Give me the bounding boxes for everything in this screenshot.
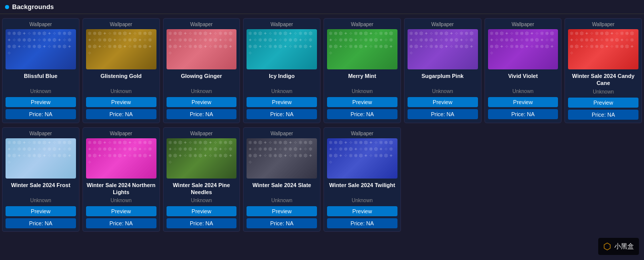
card-type-label: Wallpaper xyxy=(247,22,317,27)
preview-button[interactable]: Preview xyxy=(6,97,76,107)
price-button[interactable]: Price: NA xyxy=(167,218,237,228)
snowflake-decoration: ❄❅❆✦✧❄❅❆✦✧❄❅❆✦✧❄❅❆✦✧❄❅❆✦✧❄❅❆✦✧❄❅❆✦✧❄❅❆✦✧ xyxy=(408,29,478,69)
card-frost: Wallpaper❄❅❆✦✧❄❅❆✦✧❄❅❆✦✧❄❅❆✦✧❄❅❆✦✧❄❅❆✦✧❄… xyxy=(2,127,79,232)
card-name: Winter Sale 2024 Twilight xyxy=(329,182,395,196)
snowflake-decoration: ❄❅❆✦✧❄❅❆✦✧❄❅❆✦✧❄❅❆✦✧❄❅❆✦✧❄❅❆✦✧❄❅❆✦✧❄❅❆✦✧ xyxy=(247,29,317,69)
card-glowing-ginger: Wallpaper❄❅❆✦✧❄❅❆✦✧❄❅❆✦✧❄❅❆✦✧❄❅❆✦✧❄❅❆✦✧❄… xyxy=(163,18,240,123)
card-type-label: Wallpaper xyxy=(6,131,76,136)
card-twilight: Wallpaper❄❅❆✦✧❄❅❆✦✧❄❅❆✦✧❄❅❆✦✧❄❅❆✦✧❄❅❆✦✧❄… xyxy=(324,127,401,232)
snowflake-decoration: ❄❅❆✦✧❄❅❆✦✧❄❅❆✦✧❄❅❆✦✧❄❅❆✦✧❄❅❆✦✧❄❅❆✦✧❄❅❆✦✧ xyxy=(568,29,638,69)
card-type-label: Wallpaper xyxy=(408,22,478,27)
card-sugarplum-pink: Wallpaper❄❅❆✦✧❄❅❆✦✧❄❅❆✦✧❄❅❆✦✧❄❅❆✦✧❄❅❆✦✧❄… xyxy=(404,18,481,123)
card-name: Glowing Ginger xyxy=(181,72,222,86)
card-unknown-label: Unknown xyxy=(191,198,212,203)
card-unknown-label: Unknown xyxy=(271,198,292,203)
preview-button[interactable]: Preview xyxy=(488,97,558,107)
card-image-merry-mint: ❄❅❆✦✧❄❅❆✦✧❄❅❆✦✧❄❅❆✦✧❄❅❆✦✧❄❅❆✦✧❄❅❆✦✧❄❅❆✦✧ xyxy=(327,29,397,69)
preview-button[interactable]: Preview xyxy=(247,206,317,216)
card-unknown-label: Unknown xyxy=(191,89,212,94)
preview-button[interactable]: Preview xyxy=(167,97,237,107)
snowflake-decoration: ❄❅❆✦✧❄❅❆✦✧❄❅❆✦✧❄❅❆✦✧❄❅❆✦✧❄❅❆✦✧❄❅❆✦✧❄❅❆✦✧ xyxy=(167,138,237,179)
card-pine-needles: Wallpaper❄❅❆✦✧❄❅❆✦✧❄❅❆✦✧❄❅❆✦✧❄❅❆✦✧❄❅❆✦✧❄… xyxy=(163,127,240,232)
card-image-vivid-violet: ❄❅❆✦✧❄❅❆✦✧❄❅❆✦✧❄❅❆✦✧❄❅❆✦✧❄❅❆✦✧❄❅❆✦✧❄❅❆✦✧ xyxy=(488,29,558,69)
section-title: Backgrounds xyxy=(12,3,54,11)
card-merry-mint: Wallpaper❄❅❆✦✧❄❅❆✦✧❄❅❆✦✧❄❅❆✦✧❄❅❆✦✧❄❅❆✦✧❄… xyxy=(324,18,401,123)
preview-button[interactable]: Preview xyxy=(86,97,156,107)
card-unknown-label: Unknown xyxy=(352,198,373,203)
card-name: Merry Mint xyxy=(348,72,376,86)
card-type-label: Wallpaper xyxy=(167,131,237,136)
card-type-label: Wallpaper xyxy=(247,131,317,136)
card-glistening-gold: Wallpaper❄❅❆✦✧❄❅❆✦✧❄❅❆✦✧❄❅❆✦✧❄❅❆✦✧❄❅❆✦✧❄… xyxy=(83,18,160,123)
snowflake-decoration: ❄❅❆✦✧❄❅❆✦✧❄❅❆✦✧❄❅❆✦✧❄❅❆✦✧❄❅❆✦✧❄❅❆✦✧❄❅❆✦✧ xyxy=(6,138,76,179)
price-button[interactable]: Price: NA xyxy=(86,218,156,228)
price-button[interactable]: Price: NA xyxy=(327,109,397,119)
card-name: Icy Indigo xyxy=(269,72,294,86)
card-candy-cane: Wallpaper❄❅❆✦✧❄❅❆✦✧❄❅❆✦✧❄❅❆✦✧❄❅❆✦✧❄❅❆✦✧❄… xyxy=(565,18,642,123)
card-name: Winter Sale 2024 Frost xyxy=(11,182,70,196)
card-slate: Wallpaper❄❅❆✦✧❄❅❆✦✧❄❅❆✦✧❄❅❆✦✧❄❅❆✦✧❄❅❆✦✧❄… xyxy=(243,127,320,232)
price-button[interactable]: Price: NA xyxy=(6,109,76,119)
empty-slot xyxy=(404,127,481,232)
card-unknown-label: Unknown xyxy=(271,89,292,94)
snowflake-decoration: ❄❅❆✦✧❄❅❆✦✧❄❅❆✦✧❄❅❆✦✧❄❅❆✦✧❄❅❆✦✧❄❅❆✦✧❄❅❆✦✧ xyxy=(167,29,237,69)
price-button[interactable]: Price: NA xyxy=(6,218,76,228)
price-button[interactable]: Price: NA xyxy=(568,110,638,120)
card-name: Winter Sale 2024 Northern Lights xyxy=(86,182,156,196)
card-icy-indigo: Wallpaper❄❅❆✦✧❄❅❆✦✧❄❅❆✦✧❄❅❆✦✧❄❅❆✦✧❄❅❆✦✧❄… xyxy=(243,18,320,123)
preview-button[interactable]: Preview xyxy=(568,98,638,108)
header-dot-icon xyxy=(5,5,9,9)
preview-button[interactable]: Preview xyxy=(327,206,397,216)
snowflake-decoration: ❄❅❆✦✧❄❅❆✦✧❄❅❆✦✧❄❅❆✦✧❄❅❆✦✧❄❅❆✦✧❄❅❆✦✧❄❅❆✦✧ xyxy=(327,29,397,69)
card-type-label: Wallpaper xyxy=(167,22,237,27)
snowflake-decoration: ❄❅❆✦✧❄❅❆✦✧❄❅❆✦✧❄❅❆✦✧❄❅❆✦✧❄❅❆✦✧❄❅❆✦✧❄❅❆✦✧ xyxy=(86,29,156,69)
empty-slot xyxy=(565,127,642,232)
card-image-slate: ❄❅❆✦✧❄❅❆✦✧❄❅❆✦✧❄❅❆✦✧❄❅❆✦✧❄❅❆✦✧❄❅❆✦✧❄❅❆✦✧ xyxy=(247,138,317,179)
snowflake-decoration: ❄❅❆✦✧❄❅❆✦✧❄❅❆✦✧❄❅❆✦✧❄❅❆✦✧❄❅❆✦✧❄❅❆✦✧❄❅❆✦✧ xyxy=(6,29,76,69)
snowflake-decoration: ❄❅❆✦✧❄❅❆✦✧❄❅❆✦✧❄❅❆✦✧❄❅❆✦✧❄❅❆✦✧❄❅❆✦✧❄❅❆✦✧ xyxy=(327,138,397,179)
price-button[interactable]: Price: NA xyxy=(247,218,317,228)
card-image-frost: ❄❅❆✦✧❄❅❆✦✧❄❅❆✦✧❄❅❆✦✧❄❅❆✦✧❄❅❆✦✧❄❅❆✦✧❄❅❆✦✧ xyxy=(6,138,76,179)
card-image-glistening-gold: ❄❅❆✦✧❄❅❆✦✧❄❅❆✦✧❄❅❆✦✧❄❅❆✦✧❄❅❆✦✧❄❅❆✦✧❄❅❆✦✧ xyxy=(86,29,156,69)
card-type-label: Wallpaper xyxy=(86,22,156,27)
preview-button[interactable]: Preview xyxy=(167,206,237,216)
card-northern-lights: Wallpaper❄❅❆✦✧❄❅❆✦✧❄❅❆✦✧❄❅❆✦✧❄❅❆✦✧❄❅❆✦✧❄… xyxy=(83,127,160,232)
card-unknown-label: Unknown xyxy=(30,198,51,203)
price-button[interactable]: Price: NA xyxy=(86,109,156,119)
card-image-candy-cane: ❄❅❆✦✧❄❅❆✦✧❄❅❆✦✧❄❅❆✦✧❄❅❆✦✧❄❅❆✦✧❄❅❆✦✧❄❅❆✦✧ xyxy=(568,29,638,69)
price-button[interactable]: Price: NA xyxy=(327,218,397,228)
card-unknown-label: Unknown xyxy=(111,198,132,203)
card-name: Winter Sale 2024 Pine Needles xyxy=(167,182,237,196)
card-vivid-violet: Wallpaper❄❅❆✦✧❄❅❆✦✧❄❅❆✦✧❄❅❆✦✧❄❅❆✦✧❄❅❆✦✧❄… xyxy=(485,18,562,123)
price-button[interactable]: Price: NA xyxy=(408,109,478,119)
row2-grid: Wallpaper❄❅❆✦✧❄❅❆✦✧❄❅❆✦✧❄❅❆✦✧❄❅❆✦✧❄❅❆✦✧❄… xyxy=(2,127,642,232)
card-unknown-label: Unknown xyxy=(111,89,132,94)
snowflake-decoration: ❄❅❆✦✧❄❅❆✦✧❄❅❆✦✧❄❅❆✦✧❄❅❆✦✧❄❅❆✦✧❄❅❆✦✧❄❅❆✦✧ xyxy=(86,138,156,179)
card-blissful-blue: Wallpaper❄❅❆✦✧❄❅❆✦✧❄❅❆✦✧❄❅❆✦✧❄❅❆✦✧❄❅❆✦✧❄… xyxy=(2,18,79,123)
price-button[interactable]: Price: NA xyxy=(488,109,558,119)
preview-button[interactable]: Preview xyxy=(408,97,478,107)
card-type-label: Wallpaper xyxy=(568,22,638,27)
card-image-pine-needles: ❄❅❆✦✧❄❅❆✦✧❄❅❆✦✧❄❅❆✦✧❄❅❆✦✧❄❅❆✦✧❄❅❆✦✧❄❅❆✦✧ xyxy=(167,138,237,179)
preview-button[interactable]: Preview xyxy=(247,97,317,107)
card-name: Glistening Gold xyxy=(101,72,142,86)
card-name: Blissful Blue xyxy=(24,72,58,86)
empty-slot xyxy=(485,127,562,232)
snowflake-decoration: ❄❅❆✦✧❄❅❆✦✧❄❅❆✦✧❄❅❆✦✧❄❅❆✦✧❄❅❆✦✧❄❅❆✦✧❄❅❆✦✧ xyxy=(247,138,317,179)
card-image-glowing-ginger: ❄❅❆✦✧❄❅❆✦✧❄❅❆✦✧❄❅❆✦✧❄❅❆✦✧❄❅❆✦✧❄❅❆✦✧❄❅❆✦✧ xyxy=(167,29,237,69)
preview-button[interactable]: Preview xyxy=(86,206,156,216)
card-unknown-label: Unknown xyxy=(513,89,534,94)
card-type-label: Wallpaper xyxy=(488,22,558,27)
card-unknown-label: Unknown xyxy=(593,89,614,95)
card-type-label: Wallpaper xyxy=(327,131,397,136)
card-unknown-label: Unknown xyxy=(352,89,373,94)
preview-button[interactable]: Preview xyxy=(6,206,76,216)
price-button[interactable]: Price: NA xyxy=(247,109,317,119)
card-image-twilight: ❄❅❆✦✧❄❅❆✦✧❄❅❆✦✧❄❅❆✦✧❄❅❆✦✧❄❅❆✦✧❄❅❆✦✧❄❅❆✦✧ xyxy=(327,138,397,179)
price-button[interactable]: Price: NA xyxy=(167,109,237,119)
preview-button[interactable]: Preview xyxy=(327,97,397,107)
row1-grid: Wallpaper❄❅❆✦✧❄❅❆✦✧❄❅❆✦✧❄❅❆✦✧❄❅❆✦✧❄❅❆✦✧❄… xyxy=(2,18,642,123)
card-type-label: Wallpaper xyxy=(6,22,76,27)
card-type-label: Wallpaper xyxy=(86,131,156,136)
main-content: Wallpaper❄❅❆✦✧❄❅❆✦✧❄❅❆✦✧❄❅❆✦✧❄❅❆✦✧❄❅❆✦✧❄… xyxy=(0,14,644,236)
